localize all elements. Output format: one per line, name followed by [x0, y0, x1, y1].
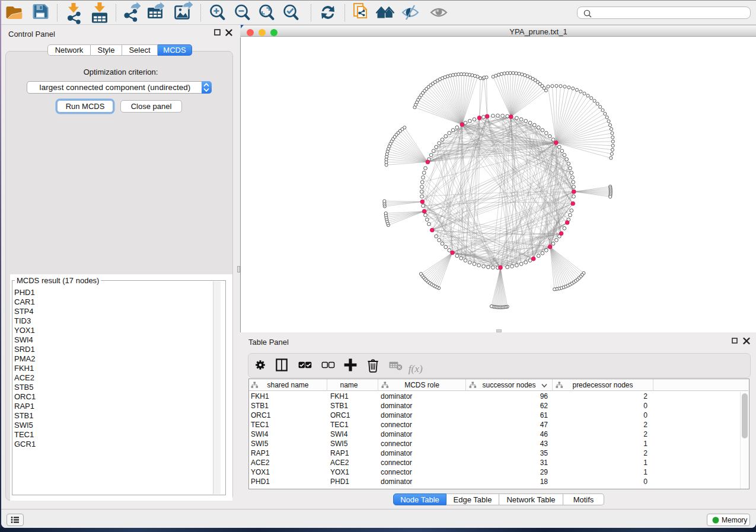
- svg-text:f(x): f(x): [409, 363, 423, 374]
